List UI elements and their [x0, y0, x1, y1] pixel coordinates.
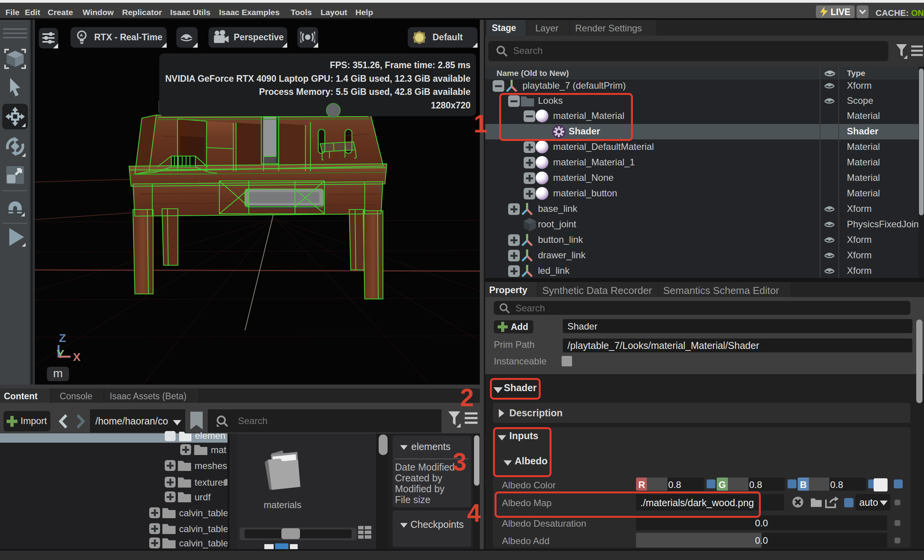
- svg-text:X: X: [73, 350, 81, 363]
- svg-text:Z: Z: [59, 332, 66, 344]
- svg-text:Y: Y: [57, 347, 64, 360]
